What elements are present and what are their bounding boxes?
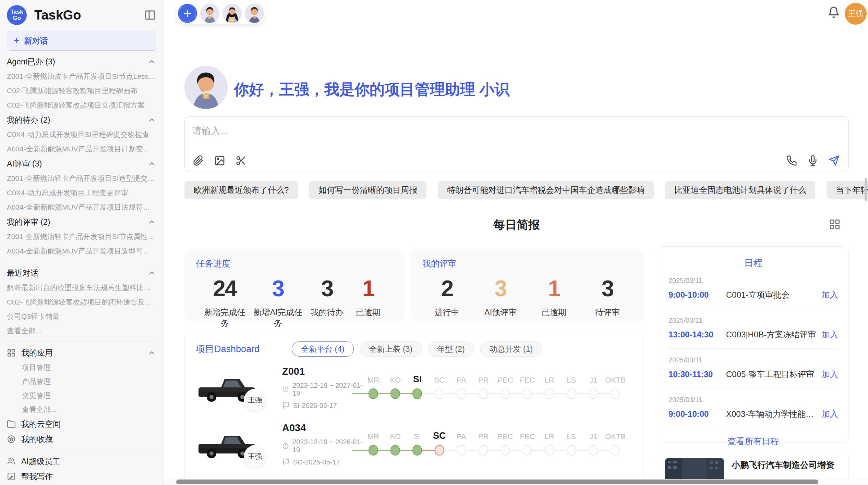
sidebar-item[interactable]: C0X4-动力总成开发项目工程变更评审 <box>7 186 156 200</box>
sidebar-item[interactable]: C0X4-动力总成开发项目SI里程碑提交物检查 <box>7 127 156 142</box>
new-chat-label: 新对话 <box>24 36 48 46</box>
clock-icon <box>282 442 289 450</box>
join-link[interactable]: 加入 <box>822 369 838 380</box>
tab-year-model[interactable]: 年型 (2) <box>428 341 474 357</box>
section-header-my-review[interactable]: 我的评审 (2) <box>7 214 156 229</box>
milestone-dot <box>450 387 472 400</box>
join-link[interactable]: 加入 <box>822 289 838 300</box>
user-avatar[interactable]: 王强 <box>845 3 867 25</box>
card-title: 我的评审 <box>422 258 632 269</box>
apps-grid-icon <box>7 348 16 357</box>
section-header-recent-chats[interactable]: 最近对话 <box>7 265 156 281</box>
sidebar-item-cloud-space[interactable]: 我的云空间 <box>7 416 156 432</box>
sidebar-item-help-write[interactable]: 帮我写作 <box>7 469 156 484</box>
message-composer <box>184 116 849 172</box>
greeting-text: 你好，王强，我是你的项目管理助理 小识 <box>234 79 509 100</box>
notification-bell-icon[interactable] <box>828 6 840 18</box>
message-input[interactable] <box>192 126 672 136</box>
milestone-dot <box>494 387 516 400</box>
tab-new-platform[interactable]: 全新平台 (4) <box>292 341 354 357</box>
milestone-dot <box>494 444 516 456</box>
suggestion-chip[interactable]: 特朗普可能对进口汽车增税会对中国车企造成哪些影响 <box>438 181 654 199</box>
divider <box>7 341 156 342</box>
microphone-icon[interactable] <box>807 155 818 166</box>
project-owner-badge: 王强 <box>244 389 266 411</box>
schedule-time: 10:30-11:30 <box>668 370 726 379</box>
apps-submenu: 项目管理 产品管理 变更管理 查看全部... <box>7 360 156 416</box>
suggestion-chip[interactable]: 当下年轻人对汽车外观有怎样的喜好趋势 <box>827 181 868 199</box>
milestone-dot <box>582 444 604 456</box>
agent-avatar-2[interactable] <box>222 4 242 23</box>
card-title: 任务进度 <box>196 258 393 269</box>
send-icon[interactable] <box>829 155 840 166</box>
sidebar-item[interactable]: Z001-全新燃油轻卡产品开发项目SI节点属性5D文件评审 <box>7 229 156 244</box>
sidebar-item-favorites[interactable]: 我的收藏 <box>7 432 156 447</box>
app-item-change-mgmt[interactable]: 变更管理 <box>22 388 156 402</box>
tab-new-body[interactable]: 全新上装 (3) <box>360 341 422 357</box>
sidebar-item[interactable]: A034-全新新能源MUV产品开发项目法规符合性评审 <box>7 200 156 214</box>
phone-icon[interactable] <box>786 155 797 166</box>
paperclip-icon[interactable] <box>193 155 204 166</box>
section-header-ai-review[interactable]: AI评审 (3) <box>7 156 156 171</box>
view-all-apps-link[interactable]: 查看全部... <box>22 402 156 416</box>
project-owner-badge: 王强 <box>244 445 266 468</box>
daily-briefing-title: 每日简报 <box>184 217 849 233</box>
section-header-my-todo[interactable]: 我的待办 (2) <box>7 112 156 127</box>
schedule-date: 2025/03/11 <box>668 396 838 404</box>
chevron-up-icon <box>147 159 156 168</box>
divider <box>7 450 156 450</box>
logo-text-top: Task <box>10 9 23 15</box>
taskgo-app: Task Go TaskGo + 新对话 Agent已办 (3) Z001-全新… <box>0 0 868 485</box>
recent-chat-item[interactable]: 公司Q3轻卡销量 <box>7 309 156 324</box>
app-item-project-mgmt[interactable]: 项目管理 <box>22 360 156 374</box>
divider <box>7 262 156 262</box>
schedule-item: 2025/03/11 9:00-10:00 X003-车辆动力学性能验... 加… <box>668 388 838 428</box>
star-circle-icon <box>7 435 16 444</box>
sidebar-item[interactable]: Z001-全新燃油轻卡产品开发项目SI造型提交物评审 <box>7 171 156 186</box>
section-header-my-apps[interactable]: 我的应用 <box>7 345 156 360</box>
add-agent-button[interactable] <box>178 4 197 23</box>
sidebar-item[interactable]: Z001-全新燃油皮卡产品开发项目SI节点Lesson Learn报告 <box>7 69 156 84</box>
image-icon[interactable] <box>214 155 225 166</box>
folder-icon <box>7 420 16 428</box>
project-row-z001[interactable]: 王强 Z001 2023-12-19 ~ 2027-01-19 SI-2025-… <box>185 359 643 416</box>
scissors-icon[interactable] <box>236 155 246 166</box>
sidebar-item[interactable]: C02-飞腾新能源轻客改款项目立项汇报方案 <box>7 98 156 112</box>
milestone-dot-done <box>384 444 406 456</box>
current-milestone-label: SC <box>429 431 450 441</box>
collapse-sidebar-icon[interactable] <box>144 9 156 21</box>
recent-chat-item[interactable]: 解释最新出台的欧盟报废车法规再生塑料比例被调至15%... <box>7 281 156 295</box>
chevron-up-icon <box>147 269 156 277</box>
app-item-product-mgmt[interactable]: 产品管理 <box>22 374 156 388</box>
vertical-scrollbar-thumb[interactable] <box>865 178 867 201</box>
stat-in-progress: 2 进行中 <box>426 275 468 318</box>
recent-chat-item[interactable]: C02-飞腾新能源轻客改款项目的闭环通告反馈情况 <box>7 295 156 309</box>
sidebar-item[interactable]: A034-全新新能源MUV产品开发项目计划变更表编写 <box>7 142 156 156</box>
milestone-dot <box>450 444 472 456</box>
new-chat-button[interactable]: + 新对话 <box>7 31 156 51</box>
sidebar-item[interactable]: C02-飞腾新能源轻客改款项目里程碑画布 <box>7 84 156 98</box>
milestone-dot <box>539 444 560 456</box>
horizontal-scrollbar-thumb[interactable] <box>176 480 818 484</box>
agent-avatar-1[interactable] <box>200 4 219 23</box>
project-row-a034[interactable]: 王强 A034 2023-12-19 ~ 2026-01-19 SC-2025-… <box>185 416 643 472</box>
view-all-chats-link[interactable]: 查看全部... <box>7 324 156 338</box>
suggestion-chip[interactable]: 比亚迪全固态电池计划具体说了什么 <box>665 181 815 199</box>
tab-powertrain[interactable]: 动总开发 (1) <box>480 341 542 357</box>
agent-avatar-3[interactable] <box>245 4 264 23</box>
project-dashboard-card: 项目Dashboard 全新平台 (4) 全新上装 (3) 年型 (2) 动总开… <box>184 332 644 485</box>
milestone-dot <box>560 444 582 456</box>
schedule-date: 2025/03/11 <box>668 277 838 285</box>
suggestion-chip[interactable]: 如何写一份清晰的项目周报 <box>309 181 426 199</box>
sidebar-item-ai-staff[interactable]: AI超级员工 <box>7 454 156 469</box>
suggestion-chip[interactable]: 欧洲新规最近颁布了什么? <box>184 181 298 199</box>
milestone-dot-current <box>406 387 428 400</box>
sidebar-item[interactable]: A034-全新新能源MUV产品开发项目造型可行性评审 <box>7 244 156 258</box>
section-header-agent-done[interactable]: Agent已办 (3) <box>7 54 156 69</box>
project-vehicle-image: 王强 <box>197 371 256 405</box>
milestone-dot <box>604 387 626 400</box>
schedule-date: 2025/03/11 <box>668 316 838 324</box>
layout-grid-icon[interactable] <box>829 219 841 230</box>
join-link[interactable]: 加入 <box>822 409 838 420</box>
join-link[interactable]: 加入 <box>822 329 838 340</box>
